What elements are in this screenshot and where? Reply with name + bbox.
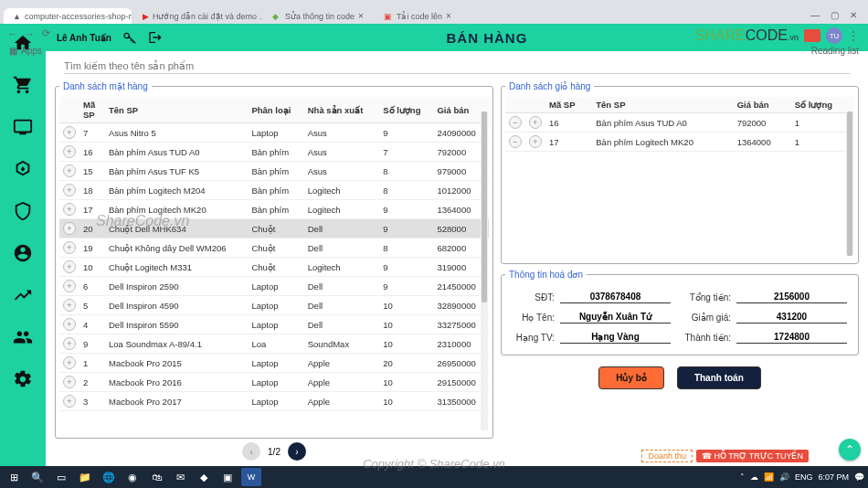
table-row[interactable]: + 2Macbook Pro 2016LaptopApple1029150000 [59,373,489,392]
table-row[interactable]: + 7Asus Nitro 5LaptopAsus924090000 [59,123,489,143]
table-row[interactable]: + 10Chuột Logitech M331ChuộtLogitech9319… [59,258,489,277]
table-row[interactable]: + 15Bàn phím Asus TUF K5Bàn phímAsus8979… [59,162,489,181]
browser-tab[interactable]: ▶Hướng dẫn cài đặt và demo …× [133,8,261,24]
remove-icon[interactable]: − [509,135,522,148]
sdt-value[interactable]: 0378678408 [560,291,671,303]
logout-icon[interactable] [148,30,163,45]
add-icon[interactable]: + [63,318,76,331]
start-button[interactable]: ⊞ [4,468,24,486]
mail-icon[interactable]: ✉ [170,468,190,486]
col-sp[interactable]: Mã SP [79,97,105,123]
scrollbar[interactable] [846,111,853,256]
nav-fwd-icon[interactable]: → [25,28,35,39]
add-icon[interactable]: + [63,395,76,408]
search-icon[interactable]: 🔍 [27,468,48,486]
table-row[interactable]: + 9Loa Soundmax A-89/4.1LoaSoundMax10231… [59,334,489,354]
nav-stats[interactable] [9,281,37,309]
sound-icon[interactable]: 🔊 [779,472,789,482]
table-row[interactable]: + 6Dell Inspiron 2590LaptopDell921450000 [59,277,489,296]
table-row[interactable]: + 3Macbook Pro 2017LaptopApple1031350000 [59,392,489,411]
page-prev-button[interactable]: ‹ [242,442,260,461]
close-icon[interactable]: ✕ [850,10,857,20]
add-icon[interactable]: + [63,356,76,369]
table-row[interactable]: + 18Bàn phím Logitech M204Bàn phímLogite… [59,181,489,200]
clock[interactable]: 6:07 PM [818,472,849,482]
apps-icon[interactable]: ▦ [9,46,17,56]
close-icon[interactable]: × [358,11,364,21]
kebab-icon[interactable]: ⋮ [848,29,859,42]
add-icon[interactable]: + [63,241,76,254]
add-icon[interactable]: + [63,337,76,350]
table-row[interactable]: + 20Chuột Dell MHK634ChuộtDell9528000 [59,219,489,239]
tray-up-icon[interactable]: ˄ [740,472,745,482]
nav-settings[interactable] [9,366,37,393]
col-ten[interactable]: Tên SP [105,97,248,123]
add-icon[interactable]: + [63,164,76,177]
col-nsx[interactable]: Nhà sản xuất [304,97,380,123]
table-row[interactable]: + 5Dell Inspiron 4590LaptopDell103289000… [59,296,489,315]
onedrive-icon[interactable]: ☁ [750,472,758,482]
add-icon[interactable]: + [63,222,76,235]
add-icon[interactable]: + [529,116,542,129]
scrollbar[interactable] [481,111,488,430]
add-icon[interactable]: + [63,126,76,139]
table-row[interactable]: + 19Chuột Không dây Dell WM206ChuộtDell8… [59,239,489,258]
scroll-top-button[interactable]: ⌃ [839,439,861,461]
add-icon[interactable]: + [63,299,76,312]
nav-back-icon[interactable]: ← [7,28,17,39]
page-next-button[interactable]: › [288,442,306,461]
nav-cart[interactable] [9,71,37,99]
vs-icon[interactable]: ◆ [194,468,214,486]
close-icon[interactable]: × [446,11,451,21]
col-sl[interactable]: Số lượng [379,97,433,123]
add-icon[interactable]: + [63,376,76,388]
browser-tab[interactable]: ◆Sửa thông tin code× [263,8,373,24]
store-icon[interactable]: 🛍 [146,468,166,486]
add-icon[interactable]: + [63,184,76,196]
add-icon[interactable]: + [63,203,76,216]
table-row[interactable]: + 16Bàn phím Asus TUD A0Bàn phímAsus7792… [59,143,489,162]
nav-group[interactable] [9,324,37,351]
table-row[interactable]: + 1Macbook Pro 2015LaptopApple2026950000 [59,354,489,373]
col-loai[interactable]: Phân loại [248,97,303,123]
add-icon[interactable]: + [63,280,76,292]
explorer-icon[interactable]: 📁 [75,468,95,486]
add-icon[interactable]: + [529,135,542,148]
reading-list[interactable]: Reading list [811,46,859,56]
table-row[interactable]: − + 17Bàn phím Logitech MK2013640001 [505,133,854,152]
word-icon[interactable]: W [241,468,261,486]
key-icon[interactable] [122,30,137,45]
nav-user[interactable] [9,239,37,267]
col-ten[interactable]: Tên SP [592,97,733,113]
avatar[interactable]: TU [826,27,842,44]
nav-box[interactable] [9,155,37,183]
nav-shield[interactable] [9,197,37,225]
col-sl[interactable]: Số lượng [791,97,854,113]
bookmark-apps[interactable]: Apps [21,46,42,56]
lang-indicator[interactable]: ENG [795,472,813,482]
cancel-button[interactable]: Hủy bỏ [598,366,664,389]
browser-tab[interactable]: ▣Tải code lên× [375,8,460,24]
chrome-icon[interactable]: ◉ [122,468,143,486]
remove-icon[interactable]: − [509,116,522,129]
support-button[interactable]: ☎ HỖ TRỢ TRỰC TUYẾN [696,450,809,462]
col-sp[interactable]: Mã SP [545,97,592,113]
search-input[interactable] [64,58,850,74]
maximize-icon[interactable]: ▢ [831,10,839,20]
notifications-icon[interactable]: 💬 [854,472,864,482]
col-gia[interactable]: Giá bán [734,97,791,113]
pay-button[interactable]: Thanh toán [677,366,761,389]
reload-icon[interactable]: ⟳ [42,27,50,39]
add-icon[interactable]: + [63,145,76,158]
wifi-icon[interactable]: 📶 [764,472,774,482]
table-row[interactable]: + 17Bàn phím Logitech MK20Bàn phímLogite… [59,200,489,219]
edge-icon[interactable]: 🌐 [99,468,119,486]
table-row[interactable]: − + 16Bàn phím Asus TUD A07920001 [505,113,854,133]
browser-tab[interactable]: ▲computer-accessories-shop-ma…× [4,8,132,24]
notification-badge[interactable] [804,29,820,42]
table-row[interactable]: + 4Dell Inspiron 5590LaptopDell103327500… [59,315,489,334]
app-icon[interactable]: ▣ [217,468,238,486]
task-view-icon[interactable]: ▭ [51,468,71,486]
minimize-icon[interactable]: — [810,10,820,20]
nav-monitor[interactable] [9,113,37,141]
